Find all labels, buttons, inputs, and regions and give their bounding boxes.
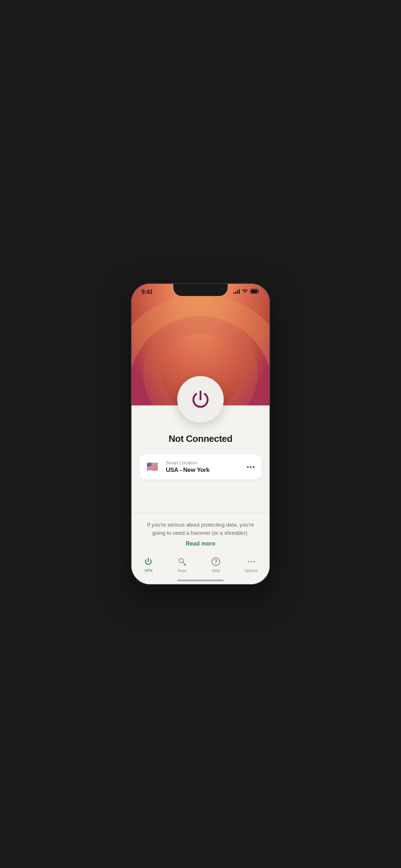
svg-point-9 (251, 561, 252, 562)
phone-frame: 9:41 (131, 283, 270, 585)
tip-section: If you're serious about protecting data,… (132, 513, 269, 553)
nav-item-help[interactable]: Help (205, 556, 227, 573)
options-icon (246, 556, 257, 567)
options-nav-label: Options (244, 568, 258, 573)
flag-icon: 🇺🇸 (147, 462, 160, 472)
nav-item-options[interactable]: Options (239, 556, 264, 573)
connection-status-text: Not Connected (169, 433, 232, 444)
keys-nav-label: Keys (178, 568, 187, 573)
location-name: USA - New York (166, 467, 247, 474)
help-nav-label: Help (212, 568, 220, 573)
vpn-icon (143, 556, 154, 567)
signal-icon (233, 289, 240, 294)
tip-text: If you're serious about protecting data,… (146, 521, 255, 537)
more-options-button[interactable] (247, 466, 254, 468)
power-button[interactable] (177, 376, 224, 423)
svg-point-10 (253, 561, 255, 562)
location-selector[interactable]: 🇺🇸 Smart Location USA - New York (139, 454, 262, 479)
read-more-link[interactable]: Read more (186, 541, 216, 547)
power-button-wrapper[interactable] (177, 376, 224, 423)
svg-point-7 (216, 563, 216, 564)
main-content: Not Connected 🇺🇸 Smart Location USA - Ne… (132, 405, 269, 584)
location-label: Smart Location (166, 460, 247, 465)
nav-item-vpn[interactable]: VPN (137, 556, 159, 573)
nav-item-keys[interactable]: Keys (171, 556, 193, 573)
vpn-nav-label: VPN (144, 568, 153, 573)
keys-icon (177, 556, 188, 567)
power-icon (190, 389, 211, 410)
wifi-icon (242, 289, 248, 294)
svg-rect-1 (251, 290, 257, 293)
status-icons (233, 289, 259, 294)
svg-point-8 (248, 561, 249, 562)
help-icon (211, 556, 221, 567)
location-info: Smart Location USA - New York (166, 460, 247, 474)
status-time: 9:41 (142, 289, 153, 295)
home-indicator (177, 580, 224, 581)
notch (173, 284, 228, 296)
battery-icon (250, 289, 259, 294)
